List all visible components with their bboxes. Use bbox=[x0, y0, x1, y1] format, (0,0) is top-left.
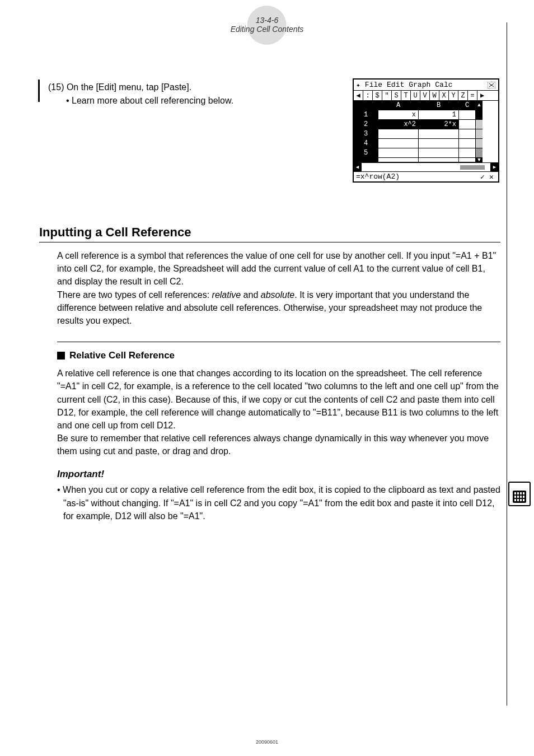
scroll-thumb[interactable] bbox=[476, 110, 483, 120]
cell-a4[interactable] bbox=[378, 139, 419, 148]
col-header-a[interactable]: A bbox=[378, 101, 419, 110]
toolbar-left-arrow-icon[interactable]: ◀ bbox=[354, 91, 363, 100]
toolbar-u[interactable]: U bbox=[411, 91, 420, 100]
toolbar-equals[interactable]: = bbox=[468, 91, 477, 100]
toolbar-z[interactable]: Z bbox=[458, 91, 468, 100]
col-header-corner[interactable] bbox=[354, 101, 378, 110]
scroll-track bbox=[476, 129, 483, 139]
relative-paragraph-2: Be sure to remember that relative cell r… bbox=[57, 432, 500, 458]
scroll-track bbox=[476, 120, 483, 129]
formula-ok-icon[interactable]: ✓ bbox=[478, 172, 487, 181]
formula-text[interactable]: =x^row(A2) bbox=[356, 172, 478, 181]
device-toolbar: ◀ : $ " S T U V W X Y Z = ▶ bbox=[354, 91, 498, 101]
cell-c4[interactable] bbox=[459, 139, 476, 148]
intro-paragraph-2: There are two types of cell references: … bbox=[57, 288, 500, 328]
cell-a2-selected[interactable]: x^2 bbox=[378, 120, 419, 129]
spreadsheet-grid: A B C ▲ 1 x 1 2 x^2 2*x 3 4 5 bbox=[354, 101, 498, 162]
scroll-up-icon[interactable]: ▲ bbox=[476, 101, 483, 110]
toolbar-v[interactable]: V bbox=[420, 91, 430, 100]
square-bullet-icon bbox=[57, 352, 65, 360]
menu-calc[interactable]: Calc bbox=[435, 81, 452, 89]
header-section-name: Editing Cell Contents bbox=[231, 25, 304, 34]
cell-a3[interactable] bbox=[378, 129, 419, 139]
cell-c3[interactable] bbox=[459, 129, 476, 139]
row-header-4[interactable]: 4 bbox=[354, 139, 378, 148]
toolbar-colon[interactable]: : bbox=[363, 91, 373, 100]
row-header-6-partial[interactable] bbox=[354, 158, 378, 162]
calculator-screenshot: ✦ File Edit Graph Calc ◀ : $ " S T U V W… bbox=[353, 78, 499, 183]
footer-number: 20090601 bbox=[256, 739, 278, 745]
toolbar-quote[interactable]: " bbox=[382, 91, 392, 100]
hscroll-track[interactable] bbox=[362, 163, 490, 171]
menu-graph[interactable]: Graph bbox=[409, 81, 430, 89]
cell-a1[interactable]: x bbox=[378, 110, 419, 120]
cell-b1[interactable]: 1 bbox=[419, 110, 459, 120]
page-header: 13-4-6 Editing Cell Contents bbox=[231, 16, 304, 34]
step-left-bar bbox=[38, 80, 40, 102]
toolbar-t[interactable]: T bbox=[401, 91, 411, 100]
hscroll-right-icon[interactable]: ▶ bbox=[490, 163, 498, 171]
device-menubar: ✦ File Edit Graph Calc bbox=[354, 80, 498, 91]
toolbar-dollar[interactable]: $ bbox=[373, 91, 382, 100]
cell-b2-selected[interactable]: 2*x bbox=[419, 120, 459, 129]
row-header-2[interactable]: 2 bbox=[354, 120, 378, 129]
toolbar-right-arrow-icon[interactable]: ▶ bbox=[477, 91, 487, 100]
relative-paragraph-1: A relative cell reference is one that ch… bbox=[57, 367, 500, 432]
hscroll-left-icon[interactable]: ◀ bbox=[354, 163, 362, 171]
toolbar-w[interactable]: W bbox=[430, 91, 439, 100]
side-calculator-icon bbox=[508, 482, 531, 506]
cell-c1[interactable] bbox=[459, 110, 476, 120]
cell-a6-partial[interactable] bbox=[378, 158, 419, 162]
important-label: Important! bbox=[57, 469, 500, 480]
cell-c2[interactable] bbox=[459, 120, 476, 129]
row-header-1[interactable]: 1 bbox=[354, 110, 378, 120]
row-header-5[interactable]: 5 bbox=[354, 148, 378, 158]
scroll-down-icon[interactable]: ▼ bbox=[476, 158, 483, 162]
important-body: • When you cut or copy a relative cell r… bbox=[57, 483, 500, 522]
toolbar-x[interactable]: X bbox=[439, 91, 449, 100]
sub-heading-text: Relative Cell Reference bbox=[69, 350, 175, 361]
formula-bar: =x^row(A2) ✓ ✕ bbox=[354, 171, 498, 181]
menu-close-icon[interactable] bbox=[487, 81, 496, 89]
col-header-b[interactable]: B bbox=[419, 101, 459, 110]
menu-edit[interactable]: Edit bbox=[387, 81, 404, 89]
horizontal-scrollbar: ◀ ▶ bbox=[354, 162, 498, 171]
menu-file[interactable]: File bbox=[365, 81, 382, 89]
toolbar-s[interactable]: S bbox=[392, 91, 401, 100]
cell-b4[interactable] bbox=[419, 139, 459, 148]
cell-a5[interactable] bbox=[378, 148, 419, 158]
scroll-track bbox=[476, 139, 483, 148]
intro-paragraph-1: A cell reference is a symbol that refere… bbox=[57, 249, 500, 288]
right-margin-rule bbox=[507, 22, 507, 706]
header-page-code: 13-4-6 bbox=[231, 16, 304, 25]
toolbar-y[interactable]: Y bbox=[449, 91, 458, 100]
cell-b6-partial[interactable] bbox=[419, 158, 459, 162]
col-header-c[interactable]: C bbox=[459, 101, 476, 110]
cell-b5[interactable] bbox=[419, 148, 459, 158]
scroll-track bbox=[476, 148, 483, 158]
device-logo-icon: ✦ bbox=[356, 81, 360, 90]
section-title: Inputting a Cell Reference bbox=[39, 225, 500, 242]
row-header-3[interactable]: 3 bbox=[354, 129, 378, 139]
cell-c5[interactable] bbox=[459, 148, 476, 158]
relative-cell-ref-heading: Relative Cell Reference bbox=[57, 342, 500, 361]
hscroll-thumb[interactable] bbox=[460, 165, 485, 170]
cell-b3[interactable] bbox=[419, 129, 459, 139]
cell-c6-partial[interactable] bbox=[459, 158, 476, 162]
formula-cancel-icon[interactable]: ✕ bbox=[487, 172, 496, 181]
